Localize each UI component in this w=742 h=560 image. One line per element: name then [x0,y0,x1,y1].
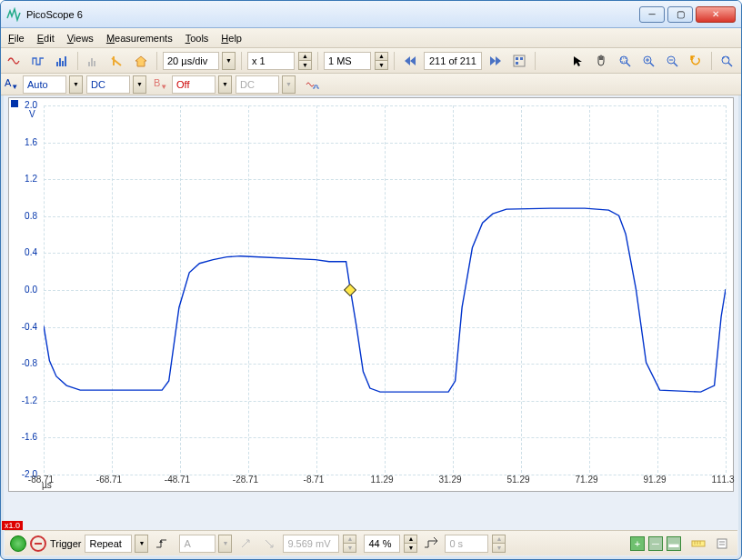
main-toolbar: 20 µs/div ▼ x 1 ▲▼ 1 MS ▲▼ 211 of 211 [1,48,741,74]
trigger-level-spinner: ▲▼ [343,535,356,553]
svg-line-12 [627,63,630,66]
svg-rect-1 [59,58,61,66]
menu-views[interactable]: Views [67,33,94,44]
svg-line-19 [674,63,677,66]
menu-tools[interactable]: Tools [186,33,209,44]
svg-rect-3 [65,56,66,66]
spectrum-disabled-icon [84,51,104,71]
pointer-icon[interactable] [567,51,587,71]
svg-rect-7 [514,55,525,66]
samples-field[interactable]: 1 MS [324,52,371,70]
trigger-rising-icon [236,534,256,554]
x-axis: -88.71-68.71-48.71-28.71-8.7111.2931.295… [41,475,729,491]
channel-a-range-dropdown[interactable]: ▼ [69,75,83,94]
channel-b-range[interactable]: Off [172,75,216,94]
xfactor-spinner[interactable]: ▲▼ [298,52,312,70]
maximize-button[interactable]: ▢ [667,6,693,23]
persistence-mode-icon[interactable] [28,51,48,71]
channel-b-coupling-dropdown: ▼ [282,75,296,94]
channel-a-coupling-dropdown[interactable]: ▼ [133,75,146,94]
menu-edit[interactable]: Edit [37,33,55,44]
measurements-edit-icon[interactable]: ─ [648,536,663,551]
svg-line-15 [650,63,654,66]
close-button[interactable]: ✕ [696,6,736,23]
scope-mode-icon[interactable] [5,51,25,71]
zoom-out-icon[interactable] [662,51,682,71]
menu-help[interactable]: Help [221,33,242,44]
zoom-in-icon[interactable] [638,51,658,71]
svg-rect-10 [516,62,518,65]
svg-rect-4 [88,62,90,66]
trigger-delay-field: 0 s [445,535,488,553]
xfactor-field[interactable]: x 1 [247,52,295,70]
channel-a-label[interactable]: A▼ [5,77,19,91]
trigger-label: Trigger [50,538,81,549]
trigger-channel-field: A [179,535,216,553]
home-icon[interactable] [131,51,151,71]
trigger-edge-icon[interactable] [152,534,172,554]
channel-a-coupling[interactable]: DC [86,75,130,94]
trigger-mode-dropdown[interactable]: ▼ [135,535,148,553]
trigger-advanced-icon[interactable] [421,534,441,554]
rulers-icon[interactable] [688,534,708,554]
menu-file[interactable]: File [8,33,25,44]
channel-b-label[interactable]: B▼ [154,77,168,91]
zoom-full-icon[interactable] [717,51,737,71]
zoom-badge: x1.0 [2,521,23,530]
buffer-list-icon[interactable] [509,51,529,71]
svg-rect-9 [520,57,523,60]
zoom-window-icon[interactable] [615,51,635,71]
titlebar: PicoScope 6 ─ ▢ ✕ [1,1,741,28]
bottom-toolbar: Trigger Repeat ▼ A ▼ 9.569 mV ▲▼ 44 % ▲▼… [5,530,737,555]
channel-b-coupling: DC [236,75,279,94]
channel-a-range[interactable]: Auto [23,75,66,94]
plot-area[interactable]: V 2.01.61.20.80.40.0-0.4-0.8-1.2-1.6-2.0… [8,97,734,492]
waveform [44,105,726,473]
zoom-undo-icon[interactable] [686,51,706,71]
hand-icon[interactable] [591,51,611,71]
minimize-button[interactable]: ─ [639,6,665,23]
go-button[interactable] [10,535,26,552]
measurements-add-icon[interactable]: + [630,536,645,551]
spectrum-mode-icon[interactable] [52,51,72,71]
pretrigger-spinner[interactable]: ▲▼ [404,535,417,553]
svg-rect-27 [717,539,727,548]
nav-first-icon[interactable] [400,51,420,71]
nav-last-icon[interactable] [486,51,506,71]
svg-line-22 [728,63,732,66]
trigger-mode-field[interactable]: Repeat [85,535,132,553]
samples-spinner[interactable]: ▲▼ [375,52,388,70]
timebase-field[interactable]: 20 µs/div [163,52,219,70]
notes-icon[interactable] [712,534,732,554]
stop-button[interactable] [30,535,46,552]
svg-rect-5 [91,58,93,66]
pretrigger-field[interactable]: 44 % [364,535,400,553]
trigger-channel-dropdown: ▼ [218,535,232,553]
window-title: PicoScope 6 [26,9,639,20]
menu-measurements[interactable]: Measurements [106,33,173,44]
svg-rect-2 [62,61,64,66]
measurements-remove-icon[interactable]: ▬ [667,536,681,551]
channel-toolbar: A▼ Auto ▼ DC ▼ B▼ Off ▼ DC ▼ [1,74,741,95]
timebase-dropdown[interactable]: ▼ [222,52,236,70]
svg-rect-6 [94,61,95,66]
trigger-falling-icon [259,534,279,554]
y-axis: 2.01.61.20.80.40.0-0.4-0.8-1.2-1.6-2.0 [9,98,41,475]
svg-rect-23 [692,541,705,546]
trigger-delay-spinner: ▲▼ [492,535,506,553]
channel-b-range-dropdown[interactable]: ▼ [218,75,232,94]
buffer-nav-field[interactable]: 211 of 211 [424,52,482,70]
svg-rect-8 [516,57,518,60]
app-icon [6,7,21,22]
trigger-level-field: 9.569 mV [283,535,339,553]
x-axis-unit: µs [42,480,52,490]
menubar: File Edit Views Measurements Tools Help [1,28,741,48]
svg-rect-0 [56,62,58,66]
svg-rect-13 [621,58,627,62]
signal-gen-icon[interactable] [107,51,127,71]
digital-channels-icon[interactable] [303,75,323,95]
